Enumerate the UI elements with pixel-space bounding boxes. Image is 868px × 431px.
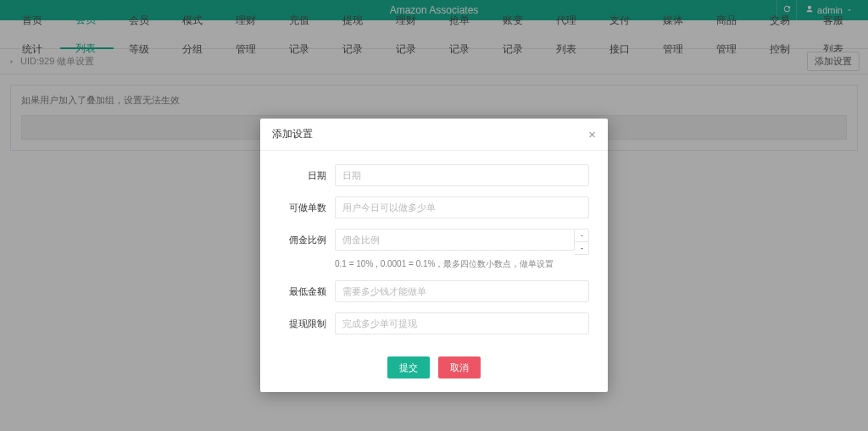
modal-body: 日期 可做单数 佣金比例 [260,151,608,348]
cancel-button[interactable]: 取消 [438,356,481,379]
row-commission: 佣金比例 0.1 = 10% , 0.0001 = [279,229,589,270]
row-max-orders: 可做单数 [279,196,589,218]
input-date[interactable] [335,164,589,186]
submit-button[interactable]: 提交 [387,356,430,379]
row-date: 日期 [279,164,589,186]
label-commission: 佣金比例 [279,229,326,246]
label-max-orders: 可做单数 [279,196,326,214]
commission-help: 0.1 = 10% , 0.0001 = 0.1%，最多四位数小数点，做单设置 [335,258,589,270]
label-min-amount: 最低金额 [279,280,326,298]
input-withdraw-limit[interactable] [335,312,589,334]
modal-footer: 提交 取消 [260,348,608,392]
row-min-amount: 最低金额 [279,280,589,302]
label-date: 日期 [279,164,326,182]
modal-overlay: 添加设置 × 日期 可做单数 佣金比例 [0,0,868,431]
label-withdraw-limit: 提现限制 [279,312,326,330]
chevron-up-icon [579,229,585,241]
chevron-down-icon [579,242,585,254]
close-icon: × [588,127,596,141]
stepper-controls [575,229,589,255]
modal-close-button[interactable]: × [588,128,596,141]
add-settings-modal: 添加设置 × 日期 可做单数 佣金比例 [260,119,608,392]
input-min-amount[interactable] [335,280,589,302]
stepper-down[interactable] [575,241,588,254]
input-commission[interactable] [335,229,575,251]
modal-title: 添加设置 [272,127,313,141]
stepper-up[interactable] [575,229,588,241]
modal-header: 添加设置 × [260,119,608,151]
row-withdraw-limit: 提现限制 [279,312,589,334]
commission-stepper [335,229,589,255]
input-max-orders[interactable] [335,196,589,218]
